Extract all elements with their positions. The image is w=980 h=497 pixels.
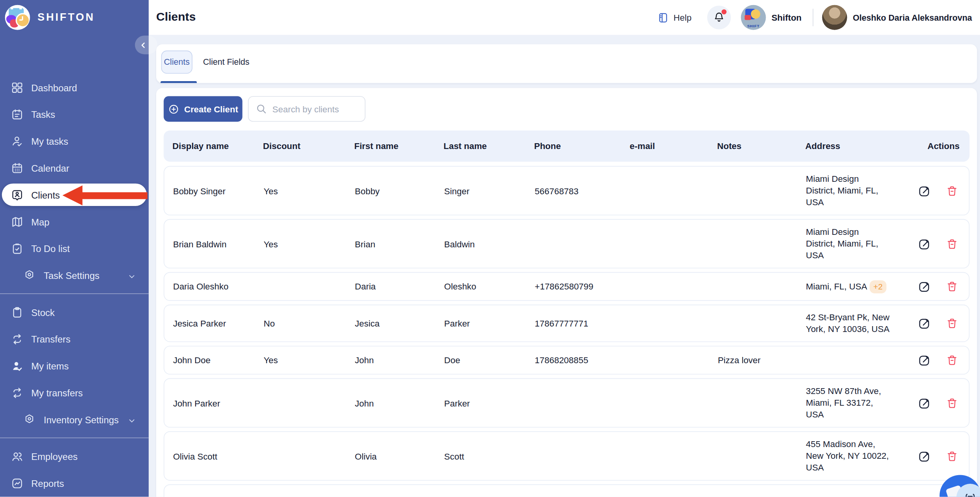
sidebar-collapse-button[interactable]: [135, 36, 158, 54]
cell-last-name: Scott: [444, 451, 535, 461]
notification-dot: [722, 9, 727, 14]
delete-button[interactable]: [945, 449, 959, 463]
table-row: Daria Oleshko Daria Oleshko +17862580799…: [164, 272, 969, 301]
cell-phone: 17868208855: [535, 355, 631, 365]
sidebar-item-tasks[interactable]: Tasks: [2, 103, 147, 126]
sidebar-item-reports[interactable]: Reports: [2, 472, 147, 495]
cell-display-name: Bobby Singer: [173, 186, 264, 196]
edit-icon: [918, 316, 931, 330]
edit-icon: [918, 353, 931, 367]
sidebar-item-calendar[interactable]: Calendar: [2, 157, 147, 179]
sidebar-item-todo-list[interactable]: To Do list: [2, 237, 147, 260]
cell-actions: [918, 353, 959, 367]
stock-icon: [10, 305, 24, 319]
sidebar-item-label: Employees: [31, 451, 78, 462]
edit-button[interactable]: [918, 449, 931, 463]
sidebar-item-dashboard[interactable]: Dashboard: [2, 76, 147, 99]
cell-actions: [918, 396, 959, 410]
map-icon: [10, 215, 24, 228]
user-name[interactable]: Oleshko Daria Aleksandrovna: [853, 13, 972, 22]
edit-button[interactable]: [918, 353, 931, 367]
shifton-logo-icon: [5, 5, 30, 30]
sidebar-item-my-tasks[interactable]: My tasks: [2, 130, 147, 153]
table-row: Olivia Scott Olivia Scott 455 Madison Av…: [164, 431, 969, 481]
plus-circle-icon: [168, 103, 179, 115]
chevron-down-icon[interactable]: [128, 272, 135, 282]
edit-button[interactable]: [918, 316, 931, 330]
table-row: Jesica Parker No Jesica Parker 178677777…: [164, 305, 969, 342]
tab-label: Client Fields: [203, 57, 249, 67]
topbar-divider: [813, 9, 814, 26]
cell-phone: 17867777771: [535, 318, 631, 328]
chevron-down-icon[interactable]: [128, 416, 135, 426]
settings-icon: [23, 413, 36, 426]
search-box: [248, 96, 365, 122]
tab-client-fields[interactable]: Client Fields: [203, 51, 249, 74]
tab-label: Clients: [164, 57, 190, 67]
table-row-partial: [164, 485, 969, 497]
cell-last-name: Singer: [444, 186, 535, 196]
cell-phone: 566768783: [535, 186, 631, 196]
cell-display-name: Olivia Scott: [173, 451, 264, 461]
cell-address: Miami, FL, USA+2: [806, 280, 900, 293]
sidebar-item-label: Task Settings: [44, 270, 100, 280]
edit-button[interactable]: [918, 237, 931, 250]
sidebar-item-label: My tasks: [31, 136, 68, 146]
create-client-button[interactable]: Create Client: [164, 96, 242, 122]
trash-icon: [946, 450, 958, 462]
cell-last-name: Parker: [444, 398, 535, 408]
sidebar-item-label: Reports: [31, 478, 64, 488]
cell-address: 3255 NW 87th Ave, Miami, FL 33172, USA: [806, 385, 900, 421]
toolbar: Create Client: [164, 96, 969, 122]
sidebar-item-employees[interactable]: Employees: [2, 445, 147, 468]
sidebar-item-inventory-settings[interactable]: Inventory Settings: [2, 408, 147, 431]
sidebar-item-transfers[interactable]: Transfers: [2, 328, 147, 350]
sidebar-item-map[interactable]: Map: [2, 210, 147, 233]
sidebar-item-label: My transfers: [31, 387, 83, 398]
cell-last-name: Parker: [444, 318, 535, 328]
tab-clients[interactable]: Clients: [161, 51, 192, 74]
delete-button[interactable]: [945, 396, 959, 410]
sidebar-item-stock[interactable]: Stock: [2, 301, 147, 323]
sidebar-item-label: Tasks: [31, 109, 55, 119]
sidebar-item-label: Inventory Settings: [44, 414, 119, 425]
delete-button[interactable]: [945, 184, 959, 197]
edit-button[interactable]: [918, 184, 931, 197]
sidebar-item-my-items[interactable]: My items: [2, 355, 147, 377]
sidebar-item-my-transfers[interactable]: My transfers: [2, 382, 147, 404]
settings-icon: [23, 268, 36, 282]
employees-icon: [10, 449, 24, 463]
edit-button[interactable]: [918, 280, 931, 293]
delete-button[interactable]: [945, 237, 959, 250]
page-body: Clients Client Fields Create Client: [149, 35, 980, 497]
cell-first-name: Jesica: [355, 318, 444, 328]
company-name[interactable]: Shifton: [772, 12, 802, 23]
delete-button[interactable]: [945, 280, 959, 293]
column-header: Display name: [173, 141, 263, 151]
company-avatar[interactable]: SHIFT: [741, 5, 766, 30]
user-avatar[interactable]: [822, 5, 847, 30]
column-header: Phone: [534, 141, 630, 151]
delete-button[interactable]: [945, 316, 959, 330]
cell-first-name: Bobby: [355, 186, 444, 196]
cell-display-name: Jesica Parker: [173, 318, 264, 328]
cell-actions: [918, 184, 959, 197]
sidebar-item-clients[interactable]: Clients: [2, 183, 147, 206]
delete-button[interactable]: [945, 353, 959, 367]
edit-icon: [918, 184, 931, 197]
address-more-badge[interactable]: +2: [870, 280, 886, 293]
column-header: Notes: [717, 141, 805, 151]
chevron-left-icon: [139, 41, 148, 49]
edit-icon: [918, 280, 931, 293]
notifications-button[interactable]: [707, 5, 731, 29]
cell-phone: +17862580799: [535, 282, 631, 292]
sidebar-item-task-settings[interactable]: Task Settings: [2, 264, 147, 287]
column-header: Address: [805, 141, 899, 151]
edit-button[interactable]: [918, 396, 931, 410]
help-button[interactable]: Help: [657, 12, 691, 23]
cell-discount: Yes: [264, 239, 355, 249]
search-icon: [255, 103, 267, 115]
cell-last-name: Doe: [444, 355, 535, 365]
cell-display-name: Daria Oleshko: [173, 282, 264, 292]
cell-address: Miami Design District, Miami, FL, USA: [806, 173, 900, 208]
